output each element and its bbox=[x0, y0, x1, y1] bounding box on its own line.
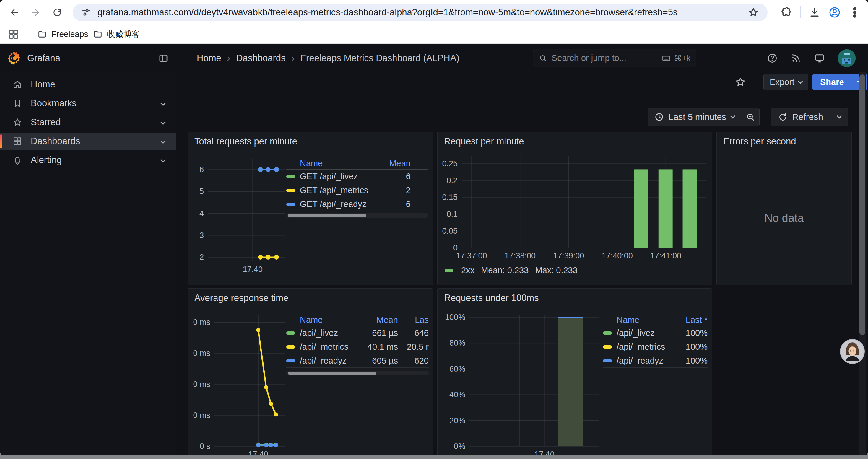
column-header-name[interactable]: Name bbox=[286, 159, 375, 168]
legend-scrollbar[interactable] bbox=[286, 371, 429, 375]
column-header-name[interactable]: Name bbox=[603, 315, 675, 325]
url-text[interactable]: grafana.mathmast.com/d/deytv4rwavabkb/fr… bbox=[97, 7, 747, 18]
chevron-down-icon[interactable] bbox=[161, 158, 166, 163]
legend-row[interactable]: /api/_livez 100% bbox=[603, 326, 708, 340]
legend-scrollbar[interactable] bbox=[286, 213, 428, 218]
panel-title[interactable]: Total requests per minute bbox=[194, 136, 297, 147]
svg-text:60%: 60% bbox=[450, 364, 465, 373]
bookmarks-bar: Freeleaps 收藏博客 bbox=[0, 25, 868, 44]
grafana-logo[interactable] bbox=[7, 51, 21, 66]
timeseries-chart[interactable]: 80 ms60 ms40 ms20 ms0 s17:40 bbox=[193, 313, 288, 455]
chevron-down-icon bbox=[730, 114, 735, 119]
help-icon[interactable] bbox=[767, 53, 778, 64]
bookmark-folder-blogs[interactable]: 收藏博客 bbox=[88, 27, 145, 42]
bookmark-icon bbox=[12, 98, 23, 108]
sidebar-toggle-icon[interactable] bbox=[158, 53, 168, 63]
breadcrumb-dashboards[interactable]: Dashboards bbox=[236, 53, 285, 64]
site-settings-icon[interactable] bbox=[81, 7, 91, 18]
sidebar-item-alerting[interactable]: Alerting bbox=[0, 152, 176, 169]
column-header-last[interactable]: Las bbox=[398, 315, 429, 325]
legend-row[interactable]: /api/_metrics 40.1 ms 20.5 r bbox=[286, 340, 429, 354]
monitor-icon[interactable] bbox=[814, 53, 825, 64]
panel-title[interactable]: Errors per second bbox=[723, 136, 796, 147]
back-button[interactable] bbox=[7, 5, 21, 20]
refresh-interval-dropdown[interactable] bbox=[830, 108, 848, 126]
export-button[interactable]: Export bbox=[764, 74, 808, 90]
reload-button[interactable] bbox=[50, 5, 64, 20]
search-box[interactable]: ⌘+k bbox=[533, 49, 696, 67]
svg-text:40 ms: 40 ms bbox=[193, 380, 210, 389]
share-button[interactable]: Share bbox=[812, 74, 852, 90]
series-color-swatch bbox=[445, 269, 454, 272]
user-avatar[interactable] bbox=[838, 49, 856, 67]
toolbar-right-icons bbox=[780, 5, 861, 20]
column-header-mean[interactable]: Mean bbox=[375, 159, 411, 168]
svg-text:20%: 20% bbox=[450, 416, 465, 425]
apps-grid-icon[interactable] bbox=[8, 28, 20, 40]
news-rss-icon[interactable] bbox=[790, 53, 801, 64]
chevron-down-icon[interactable] bbox=[161, 101, 166, 106]
panel-title[interactable]: Average response time bbox=[194, 293, 288, 303]
search-input[interactable] bbox=[552, 53, 661, 63]
series-color-swatch bbox=[603, 359, 612, 362]
legend-row[interactable]: /api/_readyz 100% bbox=[603, 354, 708, 368]
legend-table: Name Mean GET /api/_livez 6 GET /api/_me… bbox=[286, 157, 428, 211]
legend-row[interactable]: /api/_livez 661 µs 646 bbox=[286, 326, 429, 340]
sidebar-item-starred[interactable]: Starred bbox=[0, 114, 176, 131]
time-range-picker[interactable]: Last 5 minutes bbox=[648, 108, 741, 126]
bar-chart[interactable]: 0.250.20.150.10.05017:37:0017:38:0017:39… bbox=[440, 153, 709, 261]
sidebar-item-bookmarks[interactable]: Bookmarks bbox=[0, 95, 176, 112]
refresh-button[interactable]: Refresh bbox=[771, 108, 830, 126]
legend-row[interactable]: GET /api/_readyz 6 bbox=[286, 197, 428, 211]
dashboards-grid-icon bbox=[12, 136, 23, 146]
page-scrollbar-thumb[interactable] bbox=[860, 74, 865, 335]
panel-title[interactable]: Requests under 100ms bbox=[444, 293, 539, 303]
series-color-swatch bbox=[603, 345, 612, 349]
scrollbar-thumb[interactable] bbox=[288, 214, 366, 217]
search-shortcut: ⌘+k bbox=[661, 54, 690, 63]
address-bar[interactable]: grafana.mathmast.com/d/deytv4rwavabkb/fr… bbox=[73, 4, 768, 21]
panel-errors-per-second: Errors per second No data bbox=[716, 132, 852, 285]
zoom-out-time-button[interactable] bbox=[741, 108, 759, 126]
column-header-mean[interactable]: Mean bbox=[360, 315, 398, 325]
chevron-down-icon[interactable] bbox=[161, 139, 166, 144]
series-color-swatch bbox=[286, 189, 295, 192]
sidebar-item-dashboards[interactable]: Dashboards bbox=[0, 133, 176, 150]
bookmark-folder-freeleaps[interactable]: Freeleaps bbox=[32, 27, 94, 42]
scrollbar-thumb[interactable] bbox=[288, 371, 376, 375]
bar-chart[interactable]: 100%80%60%40%20%0%17:40 bbox=[442, 313, 603, 455]
panel-request-per-minute: Request per minute 0.250.20.150.10.05017… bbox=[437, 132, 712, 285]
browser-chrome: grafana.mathmast.com/d/deytv4rwavabkb/fr… bbox=[0, 0, 868, 44]
bookmark-star-icon[interactable] bbox=[747, 6, 759, 18]
svg-text:4: 4 bbox=[199, 209, 204, 218]
forward-button[interactable] bbox=[28, 5, 42, 20]
column-header-name[interactable]: Name bbox=[286, 315, 360, 325]
sidebar-item-home[interactable]: Home bbox=[0, 76, 176, 93]
search-icon bbox=[538, 54, 548, 63]
floating-assistant-avatar[interactable] bbox=[840, 339, 865, 364]
chevron-down-icon bbox=[798, 79, 803, 84]
chart-legend[interactable]: 2xx Mean: 0.233 Max: 0.233 bbox=[445, 266, 578, 275]
favorite-dashboard-star-icon[interactable] bbox=[735, 76, 746, 88]
header-icons bbox=[767, 44, 856, 72]
column-header-last[interactable]: Last * bbox=[675, 315, 708, 325]
legend-row[interactable]: /api/_readyz 605 µs 620 bbox=[286, 354, 429, 368]
svg-text:17:40: 17:40 bbox=[534, 450, 555, 455]
legend-row[interactable]: GET /api/_metrics 2 bbox=[286, 184, 428, 197]
legend-row[interactable]: /api/_metrics 100% bbox=[603, 340, 708, 354]
chevron-down-icon[interactable] bbox=[161, 120, 166, 125]
chevron-down-icon bbox=[837, 114, 842, 119]
forward-arrow-icon bbox=[30, 7, 40, 18]
svg-text:0.25: 0.25 bbox=[442, 159, 458, 168]
panel-title[interactable]: Request per minute bbox=[444, 136, 524, 147]
extensions-icon[interactable] bbox=[780, 6, 793, 19]
breadcrumb-home[interactable]: Home bbox=[197, 53, 221, 64]
menu-kebab-icon[interactable] bbox=[848, 6, 861, 19]
download-icon[interactable] bbox=[808, 6, 821, 19]
series-color-swatch bbox=[286, 359, 295, 362]
bookmark-label: Freeleaps bbox=[52, 30, 88, 39]
profile-avatar-icon[interactable] bbox=[829, 6, 841, 19]
svg-text:20 ms: 20 ms bbox=[193, 411, 210, 420]
legend-row[interactable]: GET /api/_livez 6 bbox=[286, 169, 428, 184]
timeseries-chart[interactable]: 6543217:40 bbox=[193, 156, 288, 275]
